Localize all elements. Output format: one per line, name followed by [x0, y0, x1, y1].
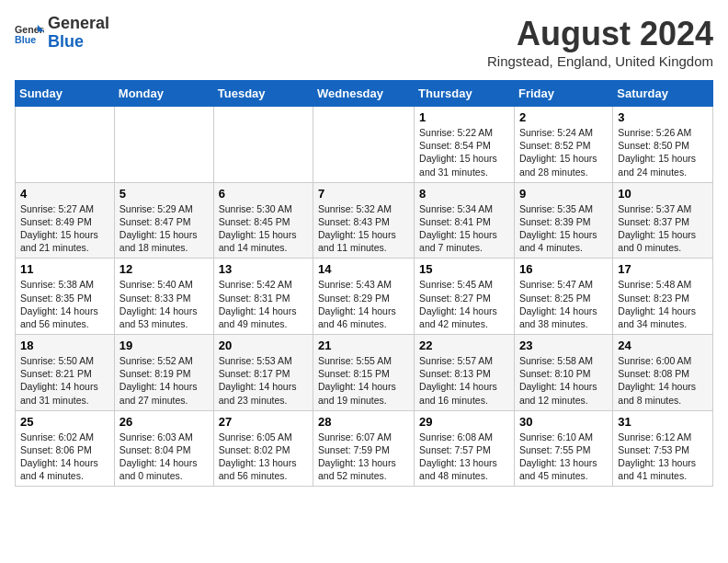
day-number: 19: [119, 339, 209, 352]
weekday-header-friday: Friday: [514, 81, 612, 107]
day-number: 21: [318, 339, 409, 352]
day-number: 25: [20, 415, 109, 429]
calendar-cell: 9Sunrise: 5:35 AM Sunset: 8:39 PM Daylig…: [514, 182, 612, 259]
month-year-title: August 2024: [487, 15, 713, 53]
day-info: Sunrise: 5:29 AM Sunset: 8:47 PM Dayligh…: [119, 202, 209, 255]
calendar-cell: 3Sunrise: 5:26 AM Sunset: 8:50 PM Daylig…: [613, 107, 713, 183]
calendar-cell: 10Sunrise: 5:37 AM Sunset: 8:37 PM Dayli…: [613, 182, 713, 259]
day-number: 28: [318, 415, 409, 429]
day-number: 4: [20, 187, 109, 201]
calendar-cell: 20Sunrise: 5:53 AM Sunset: 8:17 PM Dayli…: [213, 335, 313, 411]
day-info: Sunrise: 5:32 AM Sunset: 8:43 PM Dayligh…: [318, 202, 409, 255]
day-info: Sunrise: 6:00 AM Sunset: 8:08 PM Dayligh…: [618, 354, 708, 407]
weekday-header-row: SundayMondayTuesdayWednesdayThursdayFrid…: [16, 81, 713, 107]
weekday-header-saturday: Saturday: [613, 81, 713, 107]
calendar-cell: 5Sunrise: 5:29 AM Sunset: 8:47 PM Daylig…: [114, 182, 213, 259]
day-number: 9: [519, 187, 608, 201]
calendar-cell: 15Sunrise: 5:45 AM Sunset: 8:27 PM Dayli…: [415, 259, 515, 335]
calendar-week-row: 25Sunrise: 6:02 AM Sunset: 8:06 PM Dayli…: [16, 410, 713, 487]
day-number: 7: [318, 187, 409, 201]
day-number: 30: [519, 415, 608, 429]
calendar-cell: 24Sunrise: 6:00 AM Sunset: 8:08 PM Dayli…: [613, 335, 713, 411]
calendar-cell: 12Sunrise: 5:40 AM Sunset: 8:33 PM Dayli…: [114, 259, 213, 335]
logo-general-text: General: [48, 14, 109, 32]
logo-blue-text: Blue: [48, 32, 84, 51]
calendar-cell: 19Sunrise: 5:52 AM Sunset: 8:19 PM Dayli…: [114, 335, 213, 411]
calendar-cell: 22Sunrise: 5:57 AM Sunset: 8:13 PM Dayli…: [415, 335, 515, 411]
day-info: Sunrise: 6:05 AM Sunset: 8:02 PM Dayligh…: [219, 431, 308, 483]
day-info: Sunrise: 5:53 AM Sunset: 8:17 PM Dayligh…: [219, 354, 308, 407]
day-info: Sunrise: 6:03 AM Sunset: 8:04 PM Dayligh…: [119, 431, 209, 483]
page-header: General Blue General Blue August 2024 Ri…: [15, 15, 713, 69]
calendar-cell: 13Sunrise: 5:42 AM Sunset: 8:31 PM Dayli…: [213, 259, 313, 335]
weekday-header-monday: Monday: [114, 81, 213, 107]
day-number: 31: [618, 415, 708, 429]
day-info: Sunrise: 6:02 AM Sunset: 8:06 PM Dayligh…: [20, 431, 109, 483]
day-info: Sunrise: 5:40 AM Sunset: 8:33 PM Dayligh…: [119, 278, 209, 330]
day-info: Sunrise: 5:27 AM Sunset: 8:49 PM Dayligh…: [20, 202, 109, 255]
day-info: Sunrise: 5:30 AM Sunset: 8:45 PM Dayligh…: [219, 202, 308, 255]
day-number: 2: [519, 110, 608, 124]
day-number: 24: [618, 339, 708, 352]
day-info: Sunrise: 5:48 AM Sunset: 8:23 PM Dayligh…: [618, 278, 708, 330]
day-info: Sunrise: 5:52 AM Sunset: 8:19 PM Dayligh…: [119, 354, 209, 407]
calendar-table: SundayMondayTuesdayWednesdayThursdayFrid…: [15, 80, 713, 487]
weekday-header-wednesday: Wednesday: [313, 81, 415, 107]
day-info: Sunrise: 5:34 AM Sunset: 8:41 PM Dayligh…: [419, 202, 509, 255]
day-info: Sunrise: 5:47 AM Sunset: 8:25 PM Dayligh…: [519, 278, 608, 330]
weekday-header-thursday: Thursday: [415, 81, 515, 107]
calendar-cell: 7Sunrise: 5:32 AM Sunset: 8:43 PM Daylig…: [313, 182, 415, 259]
calendar-cell: 27Sunrise: 6:05 AM Sunset: 8:02 PM Dayli…: [213, 410, 313, 487]
calendar-cell: 18Sunrise: 5:50 AM Sunset: 8:21 PM Dayli…: [16, 335, 115, 411]
calendar-cell: 23Sunrise: 5:58 AM Sunset: 8:10 PM Dayli…: [514, 335, 612, 411]
logo: General Blue General Blue: [15, 15, 109, 52]
day-info: Sunrise: 5:57 AM Sunset: 8:13 PM Dayligh…: [419, 354, 509, 407]
calendar-cell: 31Sunrise: 6:12 AM Sunset: 7:53 PM Dayli…: [613, 410, 713, 487]
calendar-week-row: 1Sunrise: 5:22 AM Sunset: 8:54 PM Daylig…: [16, 107, 713, 183]
calendar-cell: [114, 107, 213, 183]
day-info: Sunrise: 6:12 AM Sunset: 7:53 PM Dayligh…: [618, 431, 708, 483]
calendar-cell: 2Sunrise: 5:24 AM Sunset: 8:52 PM Daylig…: [514, 107, 612, 183]
calendar-week-row: 11Sunrise: 5:38 AM Sunset: 8:35 PM Dayli…: [16, 259, 713, 335]
day-number: 10: [618, 187, 708, 201]
day-number: 6: [219, 187, 308, 201]
day-number: 27: [219, 415, 308, 429]
calendar-cell: 17Sunrise: 5:48 AM Sunset: 8:23 PM Dayli…: [613, 259, 713, 335]
day-info: Sunrise: 5:22 AM Sunset: 8:54 PM Dayligh…: [419, 126, 509, 178]
day-number: 8: [419, 187, 509, 201]
calendar-cell: 30Sunrise: 6:10 AM Sunset: 7:55 PM Dayli…: [514, 410, 612, 487]
day-number: 18: [20, 339, 109, 352]
day-number: 16: [519, 262, 608, 276]
calendar-cell: [16, 107, 115, 183]
calendar-cell: [313, 107, 415, 183]
day-number: 20: [219, 339, 308, 352]
day-info: Sunrise: 6:08 AM Sunset: 7:57 PM Dayligh…: [419, 431, 509, 483]
location-subtitle: Ringstead, England, United Kingdom: [487, 53, 713, 69]
day-number: 26: [119, 415, 209, 429]
day-info: Sunrise: 6:10 AM Sunset: 7:55 PM Dayligh…: [519, 431, 608, 483]
calendar-cell: 26Sunrise: 6:03 AM Sunset: 8:04 PM Dayli…: [114, 410, 213, 487]
day-number: 14: [318, 262, 409, 276]
day-info: Sunrise: 5:38 AM Sunset: 8:35 PM Dayligh…: [20, 278, 109, 330]
day-info: Sunrise: 6:07 AM Sunset: 7:59 PM Dayligh…: [318, 431, 409, 483]
day-number: 11: [20, 262, 109, 276]
calendar-cell: [213, 107, 313, 183]
day-info: Sunrise: 5:45 AM Sunset: 8:27 PM Dayligh…: [419, 278, 509, 330]
calendar-cell: 28Sunrise: 6:07 AM Sunset: 7:59 PM Dayli…: [313, 410, 415, 487]
day-info: Sunrise: 5:24 AM Sunset: 8:52 PM Dayligh…: [519, 126, 608, 178]
calendar-cell: 25Sunrise: 6:02 AM Sunset: 8:06 PM Dayli…: [16, 410, 115, 487]
title-block: August 2024 Ringstead, England, United K…: [487, 15, 713, 69]
calendar-cell: 4Sunrise: 5:27 AM Sunset: 8:49 PM Daylig…: [16, 182, 115, 259]
day-number: 22: [419, 339, 509, 352]
day-info: Sunrise: 5:26 AM Sunset: 8:50 PM Dayligh…: [618, 126, 708, 178]
day-info: Sunrise: 5:50 AM Sunset: 8:21 PM Dayligh…: [20, 354, 109, 407]
calendar-cell: 29Sunrise: 6:08 AM Sunset: 7:57 PM Dayli…: [415, 410, 515, 487]
day-info: Sunrise: 5:55 AM Sunset: 8:15 PM Dayligh…: [318, 354, 409, 407]
day-info: Sunrise: 5:37 AM Sunset: 8:37 PM Dayligh…: [618, 202, 708, 255]
calendar-week-row: 4Sunrise: 5:27 AM Sunset: 8:49 PM Daylig…: [16, 182, 713, 259]
day-number: 29: [419, 415, 509, 429]
day-number: 15: [419, 262, 509, 276]
calendar-cell: 8Sunrise: 5:34 AM Sunset: 8:41 PM Daylig…: [415, 182, 515, 259]
calendar-cell: 16Sunrise: 5:47 AM Sunset: 8:25 PM Dayli…: [514, 259, 612, 335]
svg-text:Blue: Blue: [15, 33, 36, 44]
